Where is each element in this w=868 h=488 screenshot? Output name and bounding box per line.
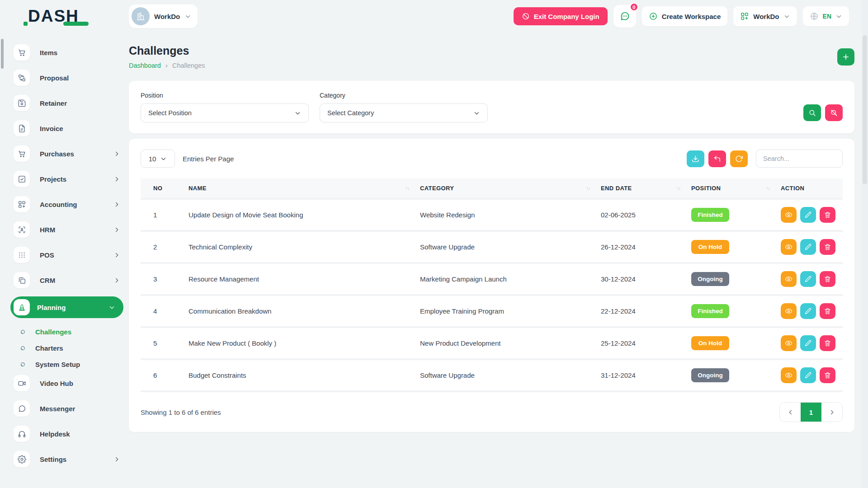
sidebar-item-icon (14, 171, 30, 187)
company-selector[interactable]: WorkDo (129, 5, 198, 28)
sidebar-item-invoice[interactable]: Invoice (14, 119, 120, 137)
sidebar-item-proposal[interactable]: Proposal (14, 69, 120, 87)
delete-button[interactable] (820, 335, 835, 351)
row-actions (781, 303, 836, 319)
logo-dot-accent (24, 22, 28, 26)
delete-button[interactable] (820, 207, 835, 223)
sidebar-item-pos[interactable]: POS (14, 246, 120, 264)
row-actions (781, 271, 836, 287)
sidebar-item-projects[interactable]: Projects (14, 170, 120, 188)
delete-button[interactable] (820, 271, 835, 287)
sidebar-item-items[interactable]: Items (14, 43, 120, 61)
refresh-button[interactable] (730, 150, 748, 167)
pagination-page-1-button[interactable]: 1 (801, 403, 821, 422)
breadcrumb-dashboard-link[interactable]: Dashboard (129, 62, 161, 69)
edit-button[interactable] (800, 303, 816, 319)
pagination-next-button[interactable] (821, 403, 842, 422)
chat-dots-icon (619, 11, 630, 22)
view-button[interactable] (781, 271, 797, 287)
trash-icon (824, 243, 831, 251)
exit-company-login-button[interactable]: Exit Company Login (514, 7, 608, 25)
entries-per-page-select[interactable]: 10 (141, 150, 175, 168)
delete-button[interactable] (820, 239, 835, 255)
sidebar-scrollbar[interactable] (1, 39, 4, 69)
entries-per-page-label: Entries Per Page (183, 155, 234, 163)
cell-end-date: 31-12-2024 (594, 360, 685, 392)
chevron-right-icon (113, 252, 120, 258)
sidebar-item-hrm[interactable]: HRM (14, 221, 120, 239)
row-actions (781, 239, 836, 255)
table-search-input[interactable] (756, 150, 843, 168)
edit-button[interactable] (800, 335, 816, 351)
cell-name: Update Design of Movie Seat Booking (182, 200, 414, 232)
trash-icon (824, 211, 831, 219)
column-header-position[interactable]: POSITION↑↓ (685, 178, 774, 200)
app-logo[interactable]: DASH (0, 7, 129, 26)
page-scrollbar[interactable] (862, 0, 868, 488)
cell-name: Communication Breakdown (182, 296, 414, 328)
sidebar-item-purchases[interactable]: Purchases (14, 145, 120, 163)
sort-icon: ↑↓ (677, 185, 681, 191)
sidebar-subitem-system-setup[interactable]: System Setup (20, 358, 129, 371)
edit-button[interactable] (800, 271, 816, 287)
view-button[interactable] (781, 335, 797, 351)
view-button[interactable] (781, 207, 797, 223)
edit-button[interactable] (800, 207, 816, 223)
table-toolbar-actions (687, 150, 843, 168)
column-header-name[interactable]: NAME↑↓ (182, 178, 414, 200)
view-button[interactable] (781, 303, 797, 319)
messages-button[interactable]: 0 (613, 5, 636, 28)
table-row: 4 Communication Breakdown Employee Train… (141, 296, 843, 328)
create-workspace-button[interactable]: Create Workspace (642, 6, 728, 26)
table-row: 6 Budget Constraints Software Upgrade 31… (141, 360, 843, 392)
sidebar-item-messenger[interactable]: Messenger (14, 399, 120, 418)
sidebar-item-video-hub[interactable]: Video Hub (14, 374, 120, 392)
sidebar-item-accounting[interactable]: Accounting (14, 195, 120, 213)
delete-button[interactable] (820, 303, 835, 319)
sidebar-item-icon (14, 120, 30, 136)
sidebar-item-settings[interactable]: Settings (14, 450, 120, 468)
edit-button[interactable] (800, 239, 816, 255)
category-select[interactable]: Select Category (320, 103, 488, 122)
position-badge: Finished (691, 208, 729, 222)
sidebar-subitem-challenges[interactable]: Challenges (20, 325, 129, 338)
sidebar-item-planning[interactable]: Planning (10, 296, 123, 318)
submenu-bullet-icon (20, 361, 26, 367)
cell-category: Employee Training Program (414, 296, 594, 328)
view-button[interactable] (781, 367, 797, 383)
pencil-icon (804, 339, 812, 347)
clear-filter-button[interactable] (825, 104, 843, 121)
apply-filter-button[interactable] (803, 104, 821, 121)
cell-end-date: 02-06-2025 (594, 200, 685, 232)
column-header-category[interactable]: CATEGORY↑↓ (414, 178, 594, 200)
sidebar-subitem-charters[interactable]: Charters (20, 342, 129, 354)
chevron-down-icon (835, 13, 842, 20)
submenu-bullet-icon (20, 345, 26, 351)
export-button[interactable] (687, 150, 704, 167)
cell-no: 6 (141, 360, 182, 392)
category-select-value: Select Category (327, 109, 374, 117)
column-header-end-date[interactable]: END DATE↑↓ (594, 178, 685, 200)
add-challenge-button[interactable] (837, 48, 854, 66)
cell-category: Marketing Campaign Launch (414, 264, 594, 296)
cell-category: Software Upgrade (414, 360, 594, 392)
sidebar-item-retainer[interactable]: Retainer (14, 94, 120, 112)
language-selector[interactable]: EN (803, 6, 849, 26)
sidebar-item-label: Accounting (40, 201, 77, 208)
sidebar-menu: Items Proposal Retainer Invoice Purchase… (14, 43, 129, 468)
challenges-table: NO NAME↑↓ CATEGORY↑↓ END DATE↑↓ POSITION… (141, 178, 843, 392)
position-select[interactable]: Select Position (141, 103, 309, 122)
workspace-selector[interactable]: WorkDo (733, 6, 797, 26)
view-button[interactable] (781, 239, 797, 255)
submenu-bullet-icon (20, 329, 26, 335)
sidebar-item-label: Projects (40, 175, 66, 183)
sidebar-item-helpdesk[interactable]: Helpdesk (14, 425, 120, 443)
pagination-prev-button[interactable] (780, 403, 801, 422)
reset-button[interactable] (708, 150, 726, 167)
edit-button[interactable] (800, 367, 816, 383)
sidebar-item-label: POS (40, 251, 54, 259)
chevron-right-icon (113, 456, 120, 463)
page-scrollbar-thumb[interactable] (863, 35, 867, 184)
sidebar-item-crm[interactable]: CRM (14, 271, 120, 289)
delete-button[interactable] (820, 367, 835, 383)
